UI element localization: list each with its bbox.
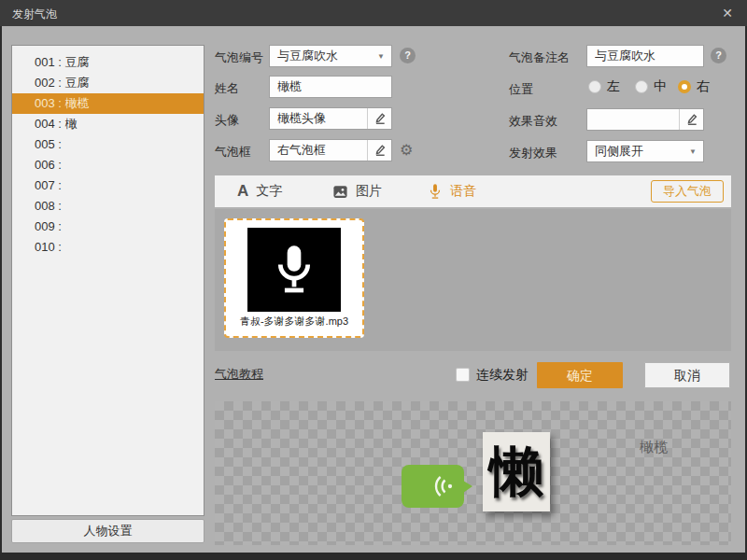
position-option-center[interactable]: 中: [654, 78, 667, 95]
bubble-frame-field-wrap: [269, 139, 392, 161]
remark-name-label: 气泡备注名: [509, 49, 570, 66]
bubble-frame-label: 气泡框: [215, 144, 251, 161]
tab-image[interactable]: 图片: [332, 175, 382, 207]
dialog-body: 001 : 豆腐 002 : 豆腐 003 : 橄榄 004 : 橄 005 :…: [2, 26, 745, 553]
microphone-icon: [274, 241, 315, 299]
help-icon[interactable]: ?: [400, 48, 416, 63]
audio-filename: 青叔-多谢多谢多谢.mp3: [226, 315, 362, 329]
character-settings-button[interactable]: 人物设置: [11, 519, 204, 543]
avatar-label: 头像: [215, 112, 239, 129]
bubble-id-value: 与豆腐吹水: [277, 46, 338, 66]
microphone-icon: [428, 183, 443, 200]
bubble-preview-area: 橄榄 懒: [215, 401, 731, 545]
chevron-down-icon: ▼: [377, 52, 385, 61]
cancel-button[interactable]: 取消: [644, 362, 730, 388]
bubble-list: 001 : 豆腐 002 : 豆腐 003 : 橄榄 004 : 橄 005 :…: [11, 45, 204, 516]
position-option-right[interactable]: 右: [697, 78, 710, 95]
bubble-id-label: 气泡编号: [215, 49, 263, 66]
position-radio-center[interactable]: [635, 80, 648, 93]
continuous-fire-checkbox[interactable]: [456, 368, 470, 382]
continuous-fire-label[interactable]: 连续发射: [476, 367, 529, 384]
sound-effect-input[interactable]: [587, 109, 679, 130]
list-item[interactable]: 001 : 豆腐: [12, 52, 204, 73]
tab-text-label: 文字: [256, 183, 282, 200]
tab-voice-active[interactable]: 语音: [428, 175, 476, 207]
list-item[interactable]: 007 :: [12, 175, 204, 196]
position-option-left[interactable]: 左: [607, 78, 620, 95]
gear-icon[interactable]: ⚙: [400, 142, 413, 159]
name-field-wrap: [269, 76, 392, 98]
list-item[interactable]: 008 :: [12, 196, 204, 217]
bubble-tail: [463, 481, 472, 493]
launch-effect-dropdown[interactable]: 同侧展开 ▼: [586, 140, 704, 162]
list-item-selected[interactable]: 003 : 橄榄: [12, 93, 204, 114]
launch-effect-label: 发射效果: [509, 145, 557, 161]
confirm-button[interactable]: 确定: [537, 362, 623, 388]
remark-name-input[interactable]: [587, 46, 703, 66]
avatar-edit-button[interactable]: [367, 108, 391, 129]
audio-thumbnail: [247, 228, 341, 312]
text-icon: A: [237, 182, 248, 201]
list-item[interactable]: 010 :: [12, 237, 204, 258]
pencil-icon: [685, 113, 698, 126]
position-radio-right-selected[interactable]: [678, 80, 691, 93]
title-bar: 发射气泡 ✕: [0, 0, 747, 26]
list-item[interactable]: 005 :: [12, 134, 204, 155]
sound-effect-edit-button[interactable]: [679, 109, 703, 130]
chevron-down-icon: ▼: [689, 147, 697, 156]
preview-voice-bubble: [402, 465, 464, 508]
help-icon[interactable]: ?: [711, 48, 726, 63]
tab-image-label: 图片: [356, 183, 382, 200]
list-item[interactable]: 002 : 豆腐: [12, 73, 204, 93]
audio-item-selected[interactable]: 青叔-多谢多谢多谢.mp3: [224, 218, 364, 338]
avatar-field-wrap: [269, 107, 392, 130]
stamp-character: 懒: [489, 436, 543, 509]
list-item[interactable]: 009 :: [12, 217, 204, 237]
name-label: 姓名: [215, 80, 239, 97]
tab-text[interactable]: A 文字: [237, 175, 282, 207]
position-radio-left[interactable]: [588, 80, 601, 93]
position-label: 位置: [509, 81, 533, 98]
voice-content-panel: 青叔-多谢多谢多谢.mp3: [215, 209, 731, 351]
window-title: 发射气泡: [12, 7, 57, 22]
launch-effect-value: 同侧展开: [595, 141, 643, 161]
sound-wave-icon: [432, 474, 457, 498]
list-item[interactable]: 006 :: [12, 155, 204, 175]
avatar-input[interactable]: [270, 108, 367, 129]
list-item[interactable]: 004 : 橄: [12, 114, 204, 134]
pencil-icon: [374, 144, 387, 157]
bubble-tutorial-link[interactable]: 气泡教程: [215, 366, 263, 383]
content-tabbar: A 文字 图片 语音 导入气泡: [215, 175, 731, 207]
bubble-frame-input[interactable]: [270, 140, 367, 161]
bubble-id-dropdown[interactable]: 与豆腐吹水 ▼: [269, 45, 392, 67]
name-input[interactable]: [270, 77, 391, 97]
preview-stamp-image: 懒: [483, 432, 550, 511]
pencil-icon: [374, 112, 387, 125]
remark-field-wrap: [586, 45, 704, 67]
close-icon[interactable]: ✕: [717, 4, 738, 22]
tab-voice-label: 语音: [450, 183, 476, 200]
import-bubble-button[interactable]: 导入气泡: [651, 180, 724, 203]
bubble-frame-edit-button[interactable]: [367, 140, 391, 161]
preview-character-name: 橄榄: [640, 439, 668, 456]
image-icon: [332, 184, 348, 200]
sound-effect-label: 效果音效: [509, 113, 557, 130]
sound-effect-field-wrap: [586, 108, 704, 131]
